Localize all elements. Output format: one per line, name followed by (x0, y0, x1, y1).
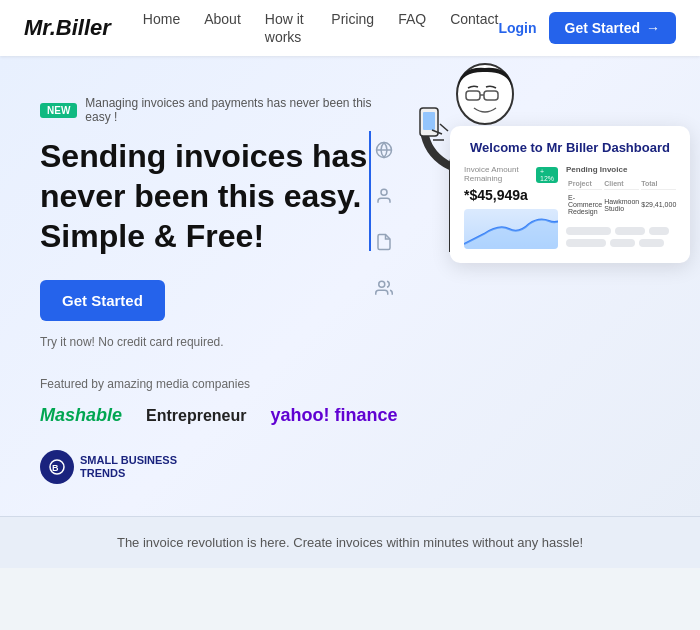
arrow-icon: → (646, 20, 660, 36)
no-credit-card-text: Try it now! No credit card required. (40, 335, 400, 349)
badge-text: Managing invoices and payments has never… (85, 96, 400, 124)
get-started-nav-label: Get Started (565, 20, 640, 36)
file-icon[interactable] (370, 228, 398, 256)
login-button[interactable]: Login (498, 20, 536, 36)
navbar: Mr.Biller Home About How it works Pricin… (0, 0, 700, 56)
nav-home[interactable]: Home (143, 11, 180, 27)
user-icon[interactable] (370, 182, 398, 210)
col-project: Project (568, 180, 602, 190)
media-section: Featured by amazing media companies Mash… (40, 377, 400, 484)
table-row: E-Commerce Redesign Hawkmoon Studio $29,… (568, 192, 676, 217)
nav-how-it-works[interactable]: How it works (265, 11, 304, 45)
dashboard-title: Welcome to Mr Biller Dashboard (464, 140, 676, 155)
nav-links: Home About How it works Pricing FAQ Cont… (143, 10, 499, 46)
dash-placeholder-rows (566, 227, 676, 247)
col-client: Client (604, 180, 639, 190)
media-logos: Mashable Entrepreneur yahoo! finance B S… (40, 405, 400, 484)
dashboard-card: Welcome to Mr Biller Dashboard Invoice A… (450, 126, 690, 263)
pending-table: Project Client Total E-Commerce Redesign… (566, 178, 678, 219)
cell-client: Hawkmoon Studio (604, 192, 639, 217)
dash-row-1 (566, 227, 676, 235)
logo: Mr.Biller (24, 15, 111, 41)
nav-right: Login Get Started → (498, 12, 676, 44)
yahoo-logo: yahoo! finance (271, 405, 398, 426)
globe-icon[interactable] (370, 136, 398, 164)
sbt-logo: B Small BusinessTRENDS (40, 450, 177, 484)
sbt-text: Small BusinessTRENDS (80, 454, 177, 480)
sidebar-icons (370, 136, 398, 302)
svg-point-5 (379, 281, 385, 287)
cell-total: $29,41,000 (641, 192, 676, 217)
pill-1 (566, 227, 611, 235)
logo-mr: Mr. (24, 15, 56, 40)
nav-about[interactable]: About (204, 11, 241, 27)
invoice-badge: + 12% (536, 167, 558, 183)
svg-rect-11 (423, 112, 435, 130)
hero-content: NEW Managing invoices and payments has n… (40, 96, 400, 484)
footer-strip: The invoice revolution is here. Create i… (0, 516, 700, 568)
nav-contact[interactable]: Contact (450, 11, 498, 27)
dashboard-inner: Invoice Amount Remaining + 12% *$45,949a… (464, 165, 676, 249)
hero-title: Sending invoices has never been this eas… (40, 136, 400, 256)
pill-5 (610, 239, 635, 247)
invoice-label: Invoice Amount Remaining (464, 165, 528, 183)
sbt-circle: B (40, 450, 74, 484)
svg-text:B: B (52, 463, 59, 473)
chart-area (464, 209, 558, 249)
pending-label: Pending Invoice (566, 165, 676, 174)
mashable-logo: Mashable (40, 405, 122, 426)
entrepreneur-logo: Entrepreneur (146, 407, 246, 425)
nav-faq[interactable]: FAQ (398, 11, 426, 27)
hero-section: NEW Managing invoices and payments has n… (0, 56, 700, 516)
new-tag: NEW (40, 103, 77, 118)
col-total: Total (641, 180, 676, 190)
users-icon[interactable] (370, 274, 398, 302)
media-label: Featured by amazing media companies (40, 377, 400, 391)
cell-project: E-Commerce Redesign (568, 192, 602, 217)
logo-biller: Biller (56, 15, 111, 40)
invoice-value: *$45,949a (464, 187, 558, 203)
dashboard-right-panel: Pending Invoice Project Client Total E-C… (566, 165, 676, 249)
svg-line-12 (440, 124, 448, 131)
new-badge: NEW Managing invoices and payments has n… (40, 96, 400, 124)
get-started-nav-button[interactable]: Get Started → (549, 12, 676, 44)
hero-cta-button[interactable]: Get Started (40, 280, 165, 321)
footer-text: The invoice revolution is here. Create i… (40, 535, 660, 550)
pill-3 (649, 227, 669, 235)
svg-point-4 (381, 189, 387, 195)
nav-pricing[interactable]: Pricing (331, 11, 374, 27)
pill-4 (566, 239, 606, 247)
pill-6 (639, 239, 664, 247)
dashboard-left-panel: Invoice Amount Remaining + 12% *$45,949a (464, 165, 558, 249)
pill-2 (615, 227, 645, 235)
dash-row-2 (566, 239, 676, 247)
